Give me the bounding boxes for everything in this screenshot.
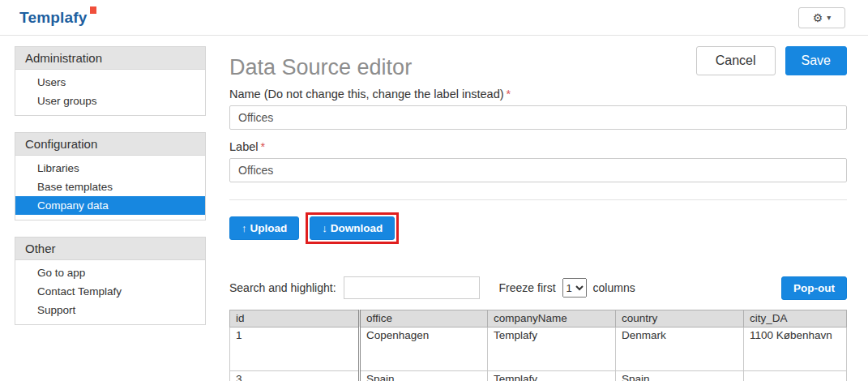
sidebar-section-list: Users User groups (15, 70, 205, 115)
save-button[interactable]: Save (785, 46, 847, 75)
sidebar-item-company-data[interactable]: Company data (15, 196, 205, 215)
upload-button-label: Upload (250, 222, 288, 234)
table-cell[interactable]: 1100 København (744, 327, 847, 370)
search-label: Search and highlight: (229, 281, 336, 294)
table-cell[interactable]: Spain (616, 370, 744, 381)
download-button-highlight-annotation: ↓Download (306, 212, 399, 244)
required-asterisk: * (507, 88, 511, 101)
logo-badge (90, 6, 96, 14)
table-cell[interactable]: Templafy (488, 370, 616, 381)
name-field-label: Name (Do not change this, change the lab… (229, 88, 847, 101)
sidebar-item-user-groups[interactable]: User groups (15, 92, 205, 110)
pop-out-button[interactable]: Pop-out (781, 276, 847, 300)
editor-header: Data Source editor Cancel Save (229, 46, 847, 80)
sidebar-item-libraries[interactable]: Libraries (15, 159, 205, 178)
chevron-down-icon: ▾ (827, 13, 831, 22)
label-field-label-text: Label (229, 140, 258, 153)
app-window: Templafy ⚙ ▾ Administration Users User g… (0, 0, 868, 381)
table-cell[interactable]: Templafy (488, 327, 616, 370)
sidebar: Administration Users User groups Configu… (15, 46, 206, 325)
columns-label: columns (593, 281, 635, 294)
sidebar-section-configuration: Configuration Libraries Base templates C… (15, 132, 206, 220)
download-button-label: Download (331, 222, 383, 234)
sidebar-item-base-templates[interactable]: Base templates (15, 178, 205, 196)
sidebar-section-other: Other Go to app Contact Templafy Support (15, 237, 206, 325)
table-cell[interactable]: Spain (360, 370, 488, 381)
logo-text: Templafy (19, 9, 88, 26)
required-asterisk: * (260, 140, 265, 153)
table-cell[interactable] (744, 370, 847, 381)
table-header-row: id office companyName country city_DA (230, 310, 847, 327)
sidebar-section-list: Go to app Contact Templafy Support (15, 260, 205, 324)
label-field-label: Label* (229, 140, 847, 153)
label-field[interactable] (229, 158, 847, 182)
sidebar-item-go-to-app[interactable]: Go to app (15, 263, 205, 282)
upload-arrow-icon: ↑ (242, 222, 247, 234)
column-header-companyname[interactable]: companyName (488, 310, 616, 327)
table-body: 1 Copenhagen Templafy Denmark 1100 Køben… (230, 327, 847, 381)
column-header-country[interactable]: country (616, 310, 744, 327)
column-header-id[interactable]: id (230, 310, 360, 327)
table-header: id office companyName country city_DA (230, 310, 847, 327)
main-panel: Data Source editor Cancel Save Name (Do … (229, 46, 847, 381)
column-header-office[interactable]: office (360, 310, 488, 327)
gear-icon: ⚙ (813, 11, 823, 24)
cancel-button[interactable]: Cancel (696, 46, 776, 75)
templafy-logo[interactable]: Templafy (19, 9, 96, 27)
settings-menu-button[interactable]: ⚙ ▾ (798, 7, 845, 28)
freeze-first-select[interactable]: 1 (562, 278, 587, 298)
table-cell[interactable]: Copenhagen (360, 327, 488, 370)
table-row: 1 Copenhagen Templafy Denmark 1100 Køben… (230, 327, 847, 370)
search-input[interactable] (344, 276, 480, 299)
sidebar-section-title: Configuration (15, 133, 205, 156)
download-button[interactable]: ↓Download (310, 216, 395, 240)
table-cell[interactable]: 1 (230, 327, 360, 370)
table-row: 3 Spain Templafy Spain (230, 370, 847, 381)
data-source-table: id office companyName country city_DA 1 … (229, 310, 847, 381)
sidebar-section-title: Other (15, 238, 205, 260)
name-field[interactable] (229, 105, 847, 130)
sidebar-section-administration: Administration Users User groups (15, 46, 206, 116)
sidebar-section-title: Administration (15, 47, 205, 70)
upload-button[interactable]: ↑Upload (229, 216, 299, 240)
download-arrow-icon: ↓ (322, 222, 327, 234)
editor-actions: Cancel Save (696, 46, 847, 75)
freeze-first-label: Freeze first (499, 281, 556, 294)
sidebar-item-contact-templafy[interactable]: Contact Templafy (15, 282, 205, 301)
table-cell[interactable]: 3 (230, 370, 360, 381)
section-divider (229, 199, 847, 200)
column-header-city-da[interactable]: city_DA (744, 310, 847, 327)
upload-download-row: ↑Upload ↓Download (229, 212, 847, 244)
topbar: Templafy ⚙ ▾ (0, 0, 868, 36)
page-title: Data Source editor (229, 56, 412, 80)
content-area: Administration Users User groups Configu… (0, 36, 868, 381)
name-field-label-text: Name (Do not change this, change the lab… (229, 88, 504, 101)
sidebar-item-users[interactable]: Users (15, 73, 205, 92)
table-cell[interactable]: Denmark (616, 327, 744, 370)
table-toolbar: Search and highlight: Freeze first 1 col… (229, 276, 847, 300)
sidebar-item-support[interactable]: Support (15, 301, 205, 319)
sidebar-section-list: Libraries Base templates Company data (15, 156, 205, 220)
freeze-columns-group: Freeze first 1 columns (499, 278, 635, 298)
